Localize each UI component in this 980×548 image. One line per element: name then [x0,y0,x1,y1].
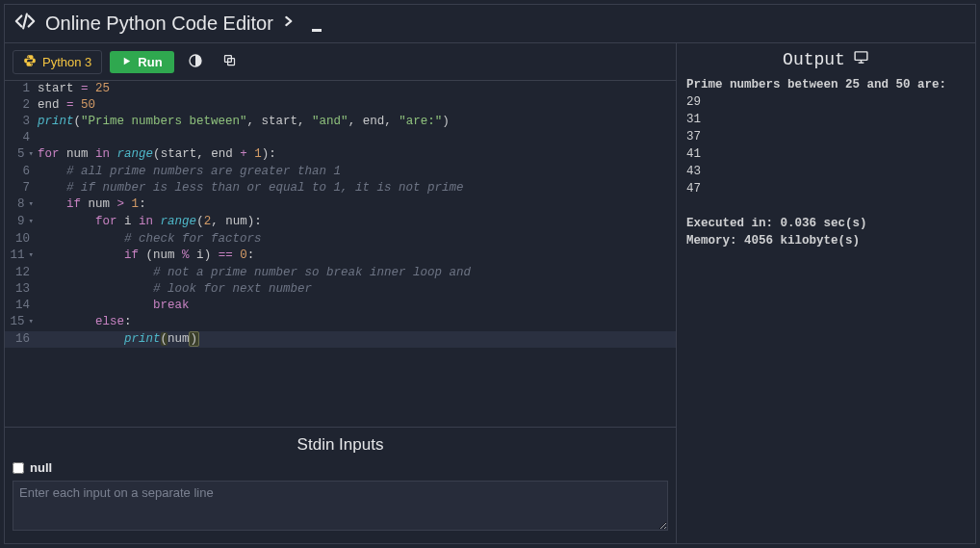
output-body: Prime numbers between 25 and 50 are:2931… [686,76,966,249]
line-number: 4 [5,130,38,146]
stdin-panel: Stdin Inputs null [5,427,676,543]
stdin-null-row[interactable]: null [13,460,668,475]
output-title: Output [783,50,845,69]
code-line[interactable]: 16 print(num) [5,331,676,348]
app-frame: Online Python Code Editor Python 3 [4,4,976,544]
terminal-prompt-icon [283,12,302,36]
line-number: 5 [5,146,38,164]
code-content: print(num) [38,331,198,348]
code-content: if num > 1: [38,196,146,213]
run-button[interactable]: Run [110,51,173,73]
code-content: # not a prime number so break inner loop… [38,265,471,281]
contrast-icon [188,53,203,71]
svg-line-0 [23,14,27,29]
stdin-null-label: null [30,460,52,475]
code-content: end = 50 [38,97,95,114]
code-line[interactable]: 14 break [5,298,676,314]
code-content: for i in range(2, num): [38,214,262,230]
editor-toolbar: Python 3 Run [5,43,676,81]
copy-button[interactable] [217,49,244,74]
code-line[interactable]: 7 # if number is less than or equal to 1… [5,180,676,196]
output-line: Memory: 4056 kilobyte(s) [686,232,966,249]
code-line[interactable]: 3print("Prime numbers between", start, "… [5,114,676,130]
code-line[interactable]: 15 else: [5,314,676,331]
output-panel: Output Prime numbers between 25 and 50 a… [677,43,975,543]
code-line[interactable]: 9 for i in range(2, num): [5,214,676,231]
play-icon [121,55,132,69]
svg-marker-1 [124,57,130,64]
code-line[interactable]: 4 [5,130,676,146]
cursor-icon [312,29,322,32]
code-line[interactable]: 5for num in range(start, end + 1): [5,146,676,164]
output-line: 31 [686,111,966,128]
code-icon [14,11,36,37]
line-number: 16 [5,331,38,348]
code-content: # look for next number [38,281,312,298]
theme-toggle-button[interactable] [182,49,209,74]
code-content: if (num % i) == 0: [38,248,254,264]
language-badge[interactable]: Python 3 [13,50,102,74]
output-line: Executed in: 0.036 sec(s) [686,215,966,232]
line-number: 10 [5,231,38,248]
code-line[interactable]: 12 # not a prime number so break inner l… [5,265,676,281]
code-content: print("Prime numbers between", start, "a… [38,114,450,130]
code-line[interactable]: 10 # check for factors [5,231,676,248]
title-bar: Online Python Code Editor [5,5,975,43]
output-title-row: Output [686,49,966,76]
output-line: Prime numbers between 25 and 50 are: [686,76,966,93]
code-content: # if number is less than or equal to 1, … [38,180,464,196]
code-line[interactable]: 2end = 50 [5,97,676,114]
output-line: 47 [686,180,966,197]
line-number: 14 [5,298,38,314]
line-number: 11 [5,248,38,265]
code-editor[interactable]: 1start = 252end = 503print("Prime number… [5,81,676,427]
output-line: 29 [686,93,966,111]
stdin-textarea[interactable] [13,481,668,531]
page-title: Online Python Code Editor [45,13,273,35]
line-number: 2 [5,97,38,114]
monitor-icon [853,49,869,70]
line-number: 8 [5,196,38,214]
left-column: Python 3 Run [5,43,677,543]
code-content: break [38,298,190,314]
line-number: 1 [5,81,38,97]
code-content: start = 25 [38,81,110,97]
line-number: 12 [5,265,38,281]
line-number: 15 [5,314,38,331]
line-number: 6 [5,164,38,180]
code-line[interactable]: 6 # all prime numbers are greater than 1 [5,164,676,180]
code-line[interactable]: 8 if num > 1: [5,196,676,214]
line-number: 3 [5,114,38,130]
stdin-null-checkbox[interactable] [13,462,24,474]
line-number: 9 [5,214,38,231]
main-body: Python 3 Run [5,43,975,543]
python-icon [23,54,37,70]
run-label: Run [138,55,162,69]
line-number: 13 [5,281,38,298]
code-content: # all prime numbers are greater than 1 [38,164,341,180]
code-content: for num in range(start, end + 1): [38,146,276,163]
copy-icon [222,53,237,70]
output-line: 41 [686,145,966,163]
code-content: else: [38,314,132,330]
line-number: 7 [5,180,38,196]
code-content: # check for factors [38,231,262,248]
output-line: 43 [686,163,966,180]
language-label: Python 3 [42,55,91,69]
code-line[interactable]: 1start = 25 [5,81,676,97]
svg-rect-5 [855,52,867,61]
code-line[interactable]: 11 if (num % i) == 0: [5,248,676,265]
stdin-title: Stdin Inputs [13,433,668,460]
code-line[interactable]: 13 # look for next number [5,281,676,298]
output-line: 37 [686,128,966,145]
